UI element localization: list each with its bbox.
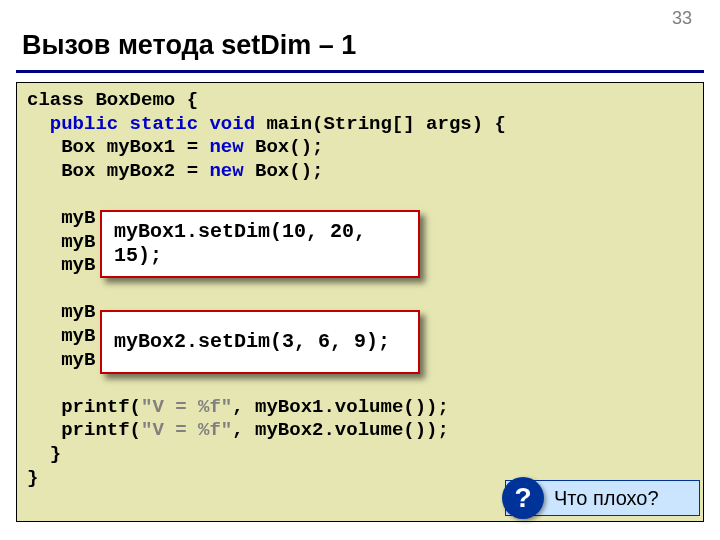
kw: new [209, 136, 243, 158]
question-box: ? Что плохо? [505, 480, 700, 516]
code-text: main(String[] args) { [255, 113, 506, 135]
code-text: myB [27, 349, 95, 371]
code-text: myB [27, 207, 95, 229]
code-text: myB [27, 301, 95, 323]
code-text: Box(); [244, 136, 324, 158]
page-number: 33 [672, 8, 692, 29]
callout-setdim-2: myBox2.setDim(3, 6, 9); [100, 310, 420, 374]
slide-title: Вызов метода setDim – 1 [22, 30, 356, 61]
title-underline [16, 70, 704, 73]
code-text: } [27, 443, 61, 465]
code-text: myB [27, 231, 95, 253]
code-block: class BoxDemo { public static void main(… [16, 82, 704, 522]
code-text: Box myBox1 = [27, 136, 209, 158]
code-text: myB [27, 254, 95, 276]
kw: public static void [27, 113, 255, 135]
kw: new [209, 160, 243, 182]
question-text: Что плохо? [554, 487, 659, 510]
code-text: , myBox2.volume()); [232, 419, 449, 441]
code-text: printf( [27, 396, 141, 418]
kw: class [27, 89, 84, 111]
question-icon: ? [502, 477, 544, 519]
code-text: } [27, 467, 38, 489]
code-text: Box(); [244, 160, 324, 182]
string-literal: "V = %f" [141, 396, 232, 418]
string-literal: "V = %f" [141, 419, 232, 441]
code-text: Box myBox2 = [27, 160, 209, 182]
code-text: BoxDemo { [84, 89, 198, 111]
code-text: myB [27, 325, 95, 347]
code-text: , myBox1.volume()); [232, 396, 449, 418]
code-text: printf( [27, 419, 141, 441]
callout-setdim-1: myBox1.setDim(10, 20, 15); [100, 210, 420, 278]
